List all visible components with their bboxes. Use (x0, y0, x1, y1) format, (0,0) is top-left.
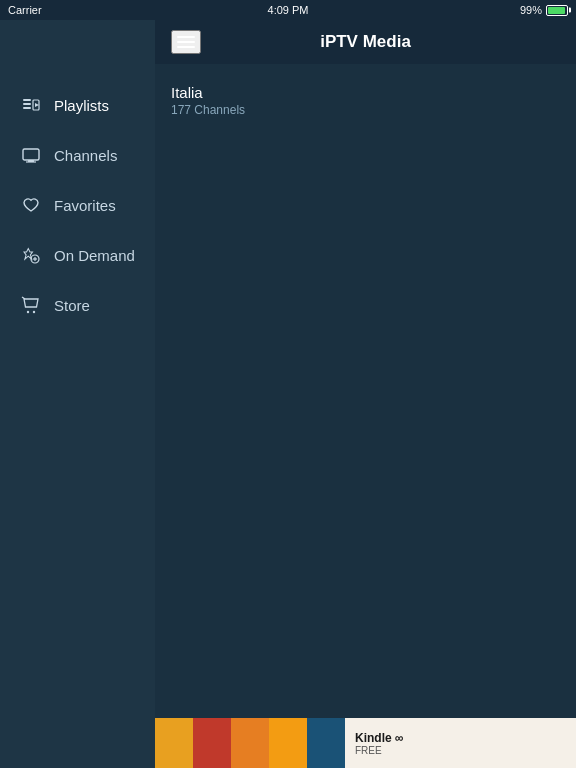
sidebar-item-store-label: Store (54, 297, 90, 314)
sidebar-item-ondemand-label: On Demand (54, 247, 135, 264)
ad-book-2 (193, 718, 231, 768)
header-bar: iPTV Media (155, 20, 576, 64)
store-icon (20, 294, 42, 316)
svg-rect-5 (23, 149, 39, 160)
menu-button[interactable] (171, 30, 201, 54)
ad-banner[interactable]: Kindle ∞ FREE (155, 718, 576, 768)
ad-book-5 (307, 718, 345, 768)
svg-point-11 (27, 311, 29, 313)
svg-rect-1 (23, 103, 31, 105)
sidebar: Playlists Channels Fav (0, 20, 155, 768)
ad-book-4 (269, 718, 307, 768)
sidebar-item-playlists-label: Playlists (54, 97, 109, 114)
battery-icon (546, 5, 568, 16)
playlist-title: Italia (171, 84, 560, 101)
svg-point-12 (33, 311, 35, 313)
svg-rect-2 (23, 107, 31, 109)
sidebar-item-playlists[interactable]: Playlists (0, 80, 155, 130)
svg-line-13 (22, 297, 25, 299)
carrier-label: Carrier (8, 4, 42, 16)
sidebar-item-store[interactable]: Store (0, 280, 155, 330)
app-layout: Playlists Channels Fav (0, 20, 576, 768)
sidebar-item-ondemand[interactable]: On Demand (0, 230, 155, 280)
header-title: iPTV Media (320, 32, 411, 52)
battery-area: 99% (520, 4, 568, 16)
main-area: iPTV Media Italia 177 Channels Kindle ∞ … (155, 20, 576, 768)
ad-text-area: Kindle ∞ FREE (345, 725, 576, 762)
playlist-item[interactable]: Italia 177 Channels (171, 78, 560, 123)
ondemand-icon (20, 244, 42, 266)
sidebar-item-channels[interactable]: Channels (0, 130, 155, 180)
ad-book-1 (155, 718, 193, 768)
ad-subtitle: FREE (355, 745, 566, 756)
ad-title: Kindle ∞ (355, 731, 566, 745)
status-bar: Carrier 4:09 PM 99% (0, 0, 576, 20)
playlist-icon (20, 94, 42, 116)
time-label: 4:09 PM (268, 4, 309, 16)
favorites-icon (20, 194, 42, 216)
ad-book-3 (231, 718, 269, 768)
content-area: Italia 177 Channels (155, 64, 576, 718)
svg-rect-0 (23, 99, 31, 101)
sidebar-item-favorites-label: Favorites (54, 197, 116, 214)
sidebar-item-favorites[interactable]: Favorites (0, 180, 155, 230)
playlist-subtitle: 177 Channels (171, 103, 560, 117)
battery-percent: 99% (520, 4, 542, 16)
sidebar-item-channels-label: Channels (54, 147, 117, 164)
channels-icon (20, 144, 42, 166)
nav-items: Playlists Channels Fav (0, 20, 155, 330)
